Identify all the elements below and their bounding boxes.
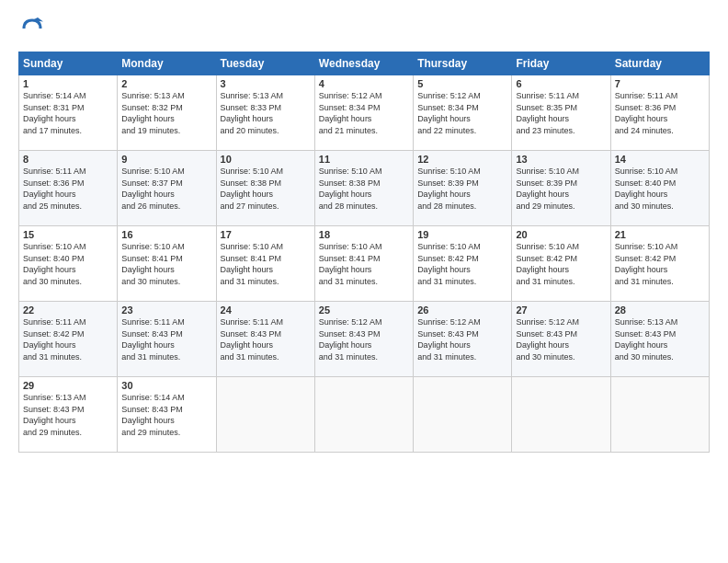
day-info: Sunrise: 5:11 AM Sunset: 8:36 PM Dayligh… <box>615 90 705 136</box>
calendar-cell: 13 Sunrise: 5:10 AM Sunset: 8:39 PM Dayl… <box>512 151 610 226</box>
calendar-cell: 5 Sunrise: 5:12 AM Sunset: 8:34 PM Dayli… <box>414 75 512 151</box>
day-number: 19 <box>417 229 507 240</box>
weekday-header-sunday: Sunday <box>19 52 118 75</box>
calendar-cell: 27 Sunrise: 5:12 AM Sunset: 8:43 PM Dayl… <box>512 302 610 377</box>
day-number: 6 <box>516 78 606 89</box>
day-number: 8 <box>23 154 113 165</box>
day-number: 26 <box>417 304 507 316</box>
calendar-body: 1 Sunrise: 5:14 AM Sunset: 8:31 PM Dayli… <box>19 75 710 453</box>
calendar-cell: 2 Sunrise: 5:13 AM Sunset: 8:32 PM Dayli… <box>118 75 216 151</box>
day-info: Sunrise: 5:11 AM Sunset: 8:42 PM Dayligh… <box>23 316 113 362</box>
day-info: Sunrise: 5:11 AM Sunset: 8:36 PM Dayligh… <box>23 166 113 212</box>
calendar-week-3: 15 Sunrise: 5:10 AM Sunset: 8:40 PM Dayl… <box>19 226 710 302</box>
day-info: Sunrise: 5:11 AM Sunset: 8:43 PM Dayligh… <box>221 316 311 362</box>
calendar-week-5: 29 Sunrise: 5:13 AM Sunset: 8:43 PM Dayl… <box>19 377 710 453</box>
day-info: Sunrise: 5:12 AM Sunset: 8:34 PM Dayligh… <box>319 90 409 136</box>
logo <box>18 15 50 42</box>
calendar-cell: 9 Sunrise: 5:10 AM Sunset: 8:37 PM Dayli… <box>118 151 216 226</box>
day-number: 24 <box>221 304 311 316</box>
day-info: Sunrise: 5:10 AM Sunset: 8:42 PM Dayligh… <box>615 241 705 287</box>
calendar-week-4: 22 Sunrise: 5:11 AM Sunset: 8:42 PM Dayl… <box>19 302 710 377</box>
calendar: SundayMondayTuesdayWednesdayThursdayFrid… <box>18 52 710 453</box>
weekday-header-row: SundayMondayTuesdayWednesdayThursdayFrid… <box>19 52 710 75</box>
day-info: Sunrise: 5:10 AM Sunset: 8:42 PM Dayligh… <box>417 241 507 287</box>
day-number: 21 <box>615 229 705 240</box>
calendar-cell: 7 Sunrise: 5:11 AM Sunset: 8:36 PM Dayli… <box>610 75 709 151</box>
day-number: 17 <box>221 229 311 240</box>
day-number: 22 <box>23 304 113 316</box>
day-number: 16 <box>121 229 211 240</box>
day-info: Sunrise: 5:11 AM Sunset: 8:35 PM Dayligh… <box>516 90 606 136</box>
day-info: Sunrise: 5:13 AM Sunset: 8:43 PM Dayligh… <box>615 316 705 362</box>
day-info: Sunrise: 5:10 AM Sunset: 8:42 PM Dayligh… <box>516 241 606 287</box>
day-number: 25 <box>319 304 409 316</box>
calendar-cell: 29 Sunrise: 5:13 AM Sunset: 8:43 PM Dayl… <box>19 377 118 453</box>
calendar-cell: 12 Sunrise: 5:10 AM Sunset: 8:39 PM Dayl… <box>414 151 512 226</box>
day-number: 27 <box>516 304 606 316</box>
calendar-cell: 1 Sunrise: 5:14 AM Sunset: 8:31 PM Dayli… <box>19 75 118 151</box>
day-info: Sunrise: 5:12 AM Sunset: 8:43 PM Dayligh… <box>319 316 409 362</box>
calendar-cell: 25 Sunrise: 5:12 AM Sunset: 8:43 PM Dayl… <box>314 302 413 377</box>
calendar-cell: 14 Sunrise: 5:10 AM Sunset: 8:40 PM Dayl… <box>610 151 709 226</box>
calendar-cell: 19 Sunrise: 5:10 AM Sunset: 8:42 PM Dayl… <box>414 226 512 302</box>
calendar-cell <box>216 377 314 453</box>
calendar-cell: 16 Sunrise: 5:10 AM Sunset: 8:41 PM Dayl… <box>118 226 216 302</box>
calendar-cell: 21 Sunrise: 5:10 AM Sunset: 8:42 PM Dayl… <box>610 226 709 302</box>
day-number: 4 <box>319 78 409 89</box>
calendar-cell: 10 Sunrise: 5:10 AM Sunset: 8:38 PM Dayl… <box>216 151 314 226</box>
day-number: 2 <box>121 78 211 89</box>
day-info: Sunrise: 5:14 AM Sunset: 8:43 PM Dayligh… <box>121 392 211 438</box>
day-info: Sunrise: 5:13 AM Sunset: 8:32 PM Dayligh… <box>121 90 211 136</box>
day-info: Sunrise: 5:10 AM Sunset: 8:41 PM Dayligh… <box>121 241 211 287</box>
day-info: Sunrise: 5:11 AM Sunset: 8:43 PM Dayligh… <box>121 316 211 362</box>
day-number: 5 <box>417 78 507 89</box>
day-info: Sunrise: 5:10 AM Sunset: 8:37 PM Dayligh… <box>121 166 211 212</box>
weekday-header-saturday: Saturday <box>610 52 709 75</box>
day-number: 15 <box>23 229 113 240</box>
day-info: Sunrise: 5:10 AM Sunset: 8:40 PM Dayligh… <box>23 241 113 287</box>
day-number: 13 <box>516 154 606 165</box>
day-number: 20 <box>516 229 606 240</box>
calendar-cell: 15 Sunrise: 5:10 AM Sunset: 8:40 PM Dayl… <box>19 226 118 302</box>
day-number: 10 <box>221 154 311 165</box>
calendar-cell: 3 Sunrise: 5:13 AM Sunset: 8:33 PM Dayli… <box>216 75 314 151</box>
calendar-cell: 8 Sunrise: 5:11 AM Sunset: 8:36 PM Dayli… <box>19 151 118 226</box>
day-info: Sunrise: 5:10 AM Sunset: 8:38 PM Dayligh… <box>221 166 311 212</box>
calendar-cell <box>314 377 413 453</box>
logo-icon <box>18 15 46 42</box>
weekday-header-friday: Friday <box>512 52 610 75</box>
calendar-cell: 20 Sunrise: 5:10 AM Sunset: 8:42 PM Dayl… <box>512 226 610 302</box>
day-info: Sunrise: 5:12 AM Sunset: 8:43 PM Dayligh… <box>417 316 507 362</box>
calendar-cell: 4 Sunrise: 5:12 AM Sunset: 8:34 PM Dayli… <box>314 75 413 151</box>
header <box>18 15 710 42</box>
calendar-cell: 18 Sunrise: 5:10 AM Sunset: 8:41 PM Dayl… <box>314 226 413 302</box>
day-info: Sunrise: 5:12 AM Sunset: 8:43 PM Dayligh… <box>516 316 606 362</box>
calendar-cell <box>414 377 512 453</box>
day-number: 14 <box>615 154 705 165</box>
day-info: Sunrise: 5:13 AM Sunset: 8:43 PM Dayligh… <box>23 392 113 438</box>
day-number: 1 <box>23 78 113 89</box>
day-number: 29 <box>23 380 113 391</box>
page: SundayMondayTuesdayWednesdayThursdayFrid… <box>0 0 728 563</box>
calendar-cell: 23 Sunrise: 5:11 AM Sunset: 8:43 PM Dayl… <box>118 302 216 377</box>
calendar-cell: 28 Sunrise: 5:13 AM Sunset: 8:43 PM Dayl… <box>610 302 709 377</box>
calendar-cell <box>512 377 610 453</box>
calendar-cell: 6 Sunrise: 5:11 AM Sunset: 8:35 PM Dayli… <box>512 75 610 151</box>
weekday-header-tuesday: Tuesday <box>216 52 314 75</box>
calendar-cell: 26 Sunrise: 5:12 AM Sunset: 8:43 PM Dayl… <box>414 302 512 377</box>
day-info: Sunrise: 5:14 AM Sunset: 8:31 PM Dayligh… <box>23 90 113 136</box>
day-info: Sunrise: 5:13 AM Sunset: 8:33 PM Dayligh… <box>221 90 311 136</box>
day-number: 3 <box>221 78 311 89</box>
day-info: Sunrise: 5:10 AM Sunset: 8:40 PM Dayligh… <box>615 166 705 212</box>
calendar-cell: 30 Sunrise: 5:14 AM Sunset: 8:43 PM Dayl… <box>118 377 216 453</box>
day-info: Sunrise: 5:10 AM Sunset: 8:41 PM Dayligh… <box>221 241 311 287</box>
calendar-cell: 22 Sunrise: 5:11 AM Sunset: 8:42 PM Dayl… <box>19 302 118 377</box>
weekday-header-thursday: Thursday <box>414 52 512 75</box>
day-info: Sunrise: 5:10 AM Sunset: 8:38 PM Dayligh… <box>319 166 409 212</box>
weekday-header-monday: Monday <box>118 52 216 75</box>
day-number: 11 <box>319 154 409 165</box>
calendar-header: SundayMondayTuesdayWednesdayThursdayFrid… <box>19 52 710 75</box>
day-number: 23 <box>121 304 211 316</box>
day-info: Sunrise: 5:12 AM Sunset: 8:34 PM Dayligh… <box>417 90 507 136</box>
weekday-header-wednesday: Wednesday <box>314 52 413 75</box>
